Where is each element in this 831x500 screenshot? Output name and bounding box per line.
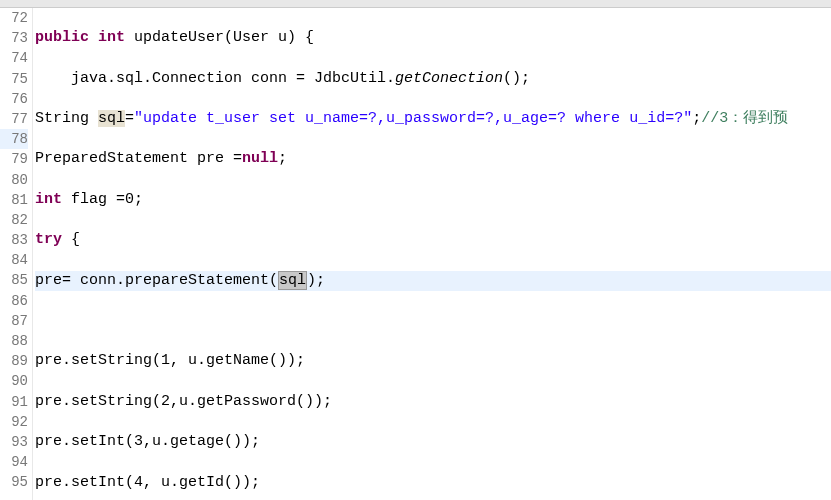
highlighted-variable: sql — [98, 110, 125, 127]
code-editor[interactable]: 72 73 74 75 76 77 78 79 80 81 82 83 84 8… — [0, 8, 831, 500]
line-number: 84 — [0, 250, 28, 270]
line-number: 81 — [0, 190, 28, 210]
line-number: 91 — [0, 392, 28, 412]
line-number: 85 — [0, 270, 28, 290]
line-number: 94 — [0, 452, 28, 472]
line-number: 78 — [0, 129, 28, 149]
highlighted-variable: sql — [278, 271, 307, 290]
code-line[interactable]: pre.setInt(4, u.getId()); — [35, 473, 831, 493]
line-number: 88 — [0, 331, 28, 351]
code-line[interactable] — [35, 311, 831, 331]
line-number: 82 — [0, 210, 28, 230]
line-number: 80 — [0, 170, 28, 190]
line-number: 83 — [0, 230, 28, 250]
code-line[interactable]: String sql="update t_user set u_name=?,u… — [35, 109, 831, 129]
line-number: 86 — [0, 291, 28, 311]
editor-tabs[interactable] — [0, 0, 831, 8]
code-line[interactable]: pre.setInt(3,u.getage()); — [35, 432, 831, 452]
code-line-current[interactable]: pre= conn.prepareStatement(sql); — [35, 271, 831, 291]
line-number: 79 — [0, 149, 28, 169]
line-number: 72 — [0, 8, 28, 28]
line-number: 93 — [0, 432, 28, 452]
line-number: 95 — [0, 472, 28, 492]
code-line[interactable]: pre.setString(1, u.getName()); — [35, 351, 831, 371]
code-line[interactable]: int flag =0; — [35, 190, 831, 210]
code-line[interactable]: public int updateUser(User u) { — [35, 28, 831, 48]
code-line[interactable]: PreparedStatement pre =null; — [35, 149, 831, 169]
code-line[interactable]: java.sql.Connection conn = JdbcUtil.getC… — [35, 69, 831, 89]
line-number: 74 — [0, 48, 28, 68]
line-number: 89 — [0, 351, 28, 371]
line-number: 76 — [0, 89, 28, 109]
code-line[interactable]: try { — [35, 230, 831, 250]
line-number: 75 — [0, 69, 28, 89]
line-number: 90 — [0, 371, 28, 391]
line-number: 87 — [0, 311, 28, 331]
line-number: 77 — [0, 109, 28, 129]
line-number: 92 — [0, 412, 28, 432]
line-number: 73 — [0, 28, 28, 48]
code-area[interactable]: public int updateUser(User u) { java.sql… — [33, 8, 831, 500]
code-line[interactable]: pre.setString(2,u.getPassword()); — [35, 392, 831, 412]
line-number-gutter: 72 73 74 75 76 77 78 79 80 81 82 83 84 8… — [0, 8, 33, 500]
